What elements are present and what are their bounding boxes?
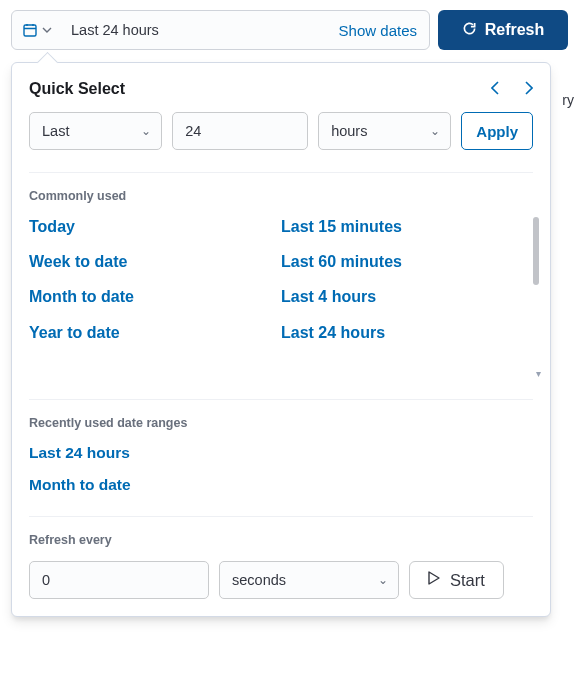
refresh-unit-select[interactable]: seconds ⌄ [219, 561, 399, 599]
refresh-every-label: Refresh every [29, 533, 533, 547]
refresh-controls: seconds ⌄ Start [29, 561, 533, 599]
chevron-down-icon: ⌄ [141, 124, 151, 138]
apply-button[interactable]: Apply [461, 112, 533, 150]
date-toolbar: Last 24 hours Show dates Refresh [11, 10, 568, 50]
start-label: Start [450, 571, 485, 590]
calendar-toggle-button[interactable] [12, 11, 63, 49]
commonly-used-list: Today Week to date Month to date Year to… [29, 217, 533, 377]
refresh-label: Refresh [485, 21, 545, 39]
quick-select-header: Quick Select [29, 80, 533, 98]
duration-input[interactable] [172, 112, 308, 150]
divider [29, 172, 533, 173]
quick-select-nav [491, 81, 533, 98]
unit-value: hours [331, 123, 367, 139]
recent-last-24-hours[interactable]: Last 24 hours [29, 444, 533, 462]
divider [29, 516, 533, 517]
refresh-icon [462, 21, 477, 40]
tense-select[interactable]: Last ⌄ [29, 112, 162, 150]
preset-today[interactable]: Today [29, 217, 281, 236]
refresh-unit-value: seconds [232, 572, 286, 588]
quick-select-title: Quick Select [29, 80, 125, 98]
background-text: ry [562, 92, 574, 108]
recent-month-to-date[interactable]: Month to date [29, 476, 533, 494]
tense-value: Last [42, 123, 69, 139]
refresh-button[interactable]: Refresh [438, 10, 568, 50]
date-range-text[interactable]: Last 24 hours [63, 22, 339, 38]
start-button[interactable]: Start [409, 561, 504, 599]
svg-rect-0 [24, 25, 36, 36]
prev-range-button[interactable] [491, 81, 500, 98]
apply-label: Apply [476, 123, 518, 140]
preset-year-to-date[interactable]: Year to date [29, 323, 281, 342]
preset-last-4-hours[interactable]: Last 4 hours [281, 287, 533, 306]
refresh-interval-input[interactable] [29, 561, 209, 599]
date-picker-popover: Quick Select Last ⌄ hours ⌄ Apply Common… [11, 62, 551, 617]
preset-last-60-min[interactable]: Last 60 minutes [281, 252, 533, 271]
preset-last-15-min[interactable]: Last 15 minutes [281, 217, 533, 236]
commonly-used-label: Commonly used [29, 189, 533, 203]
calendar-icon [22, 22, 38, 38]
unit-select[interactable]: hours ⌄ [318, 112, 451, 150]
chevron-down-icon [42, 25, 52, 35]
scroll-down-icon[interactable]: ▾ [536, 368, 541, 379]
scrollbar-thumb[interactable] [533, 217, 539, 285]
recent-ranges-label: Recently used date ranges [29, 416, 533, 430]
chevron-down-icon: ⌄ [430, 124, 440, 138]
preset-week-to-date[interactable]: Week to date [29, 252, 281, 271]
recent-ranges-list: Last 24 hours Month to date [29, 444, 533, 494]
next-range-button[interactable] [524, 81, 533, 98]
play-icon [428, 571, 440, 589]
preset-last-24-hours[interactable]: Last 24 hours [281, 323, 533, 342]
divider [29, 399, 533, 400]
chevron-down-icon: ⌄ [378, 573, 388, 587]
quick-select-controls: Last ⌄ hours ⌄ Apply [29, 112, 533, 150]
preset-month-to-date[interactable]: Month to date [29, 287, 281, 306]
date-range-field: Last 24 hours Show dates [11, 10, 430, 50]
show-dates-link[interactable]: Show dates [339, 22, 417, 39]
